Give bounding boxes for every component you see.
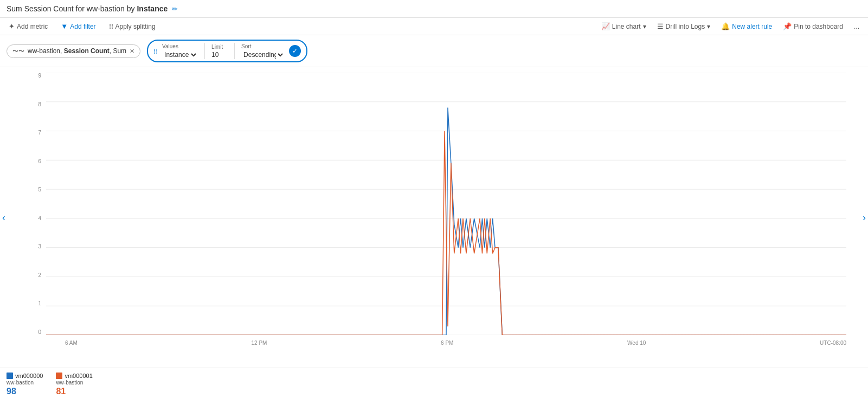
y-tick: 7 bbox=[27, 130, 43, 136]
x-tick: 6 PM bbox=[441, 340, 453, 346]
add-filter-button[interactable]: ▼ Add filter bbox=[59, 21, 98, 31]
pin-icon: 📌 bbox=[783, 22, 792, 30]
legend-value: 98 bbox=[7, 387, 43, 396]
legend-label: vm000001 bbox=[56, 373, 92, 379]
legend-item: vm000000 ww-bastion 98 bbox=[7, 373, 43, 396]
legend-instance: vm000000 bbox=[15, 373, 43, 379]
chart-area: ‹ › 0123456789 6 AM12 PM6 PMWed 10UTC-08… bbox=[0, 67, 868, 368]
legend-instance: vm000001 bbox=[65, 373, 92, 379]
remove-metric-button[interactable]: ✕ bbox=[130, 48, 134, 55]
metric-pill-text: ww-bastion, Session Count, Sum bbox=[28, 47, 126, 55]
values-label: Values bbox=[162, 43, 198, 49]
form-divider-2 bbox=[234, 43, 235, 59]
legend-label: vm000000 bbox=[7, 373, 43, 379]
legend-sub: ww-bastion bbox=[56, 380, 92, 386]
metric-pill-icon: 〜〜 bbox=[12, 47, 24, 55]
y-tick: 6 bbox=[27, 158, 43, 164]
chart-plot: 6 AM12 PM6 PMWed 10UTC-08:00 bbox=[46, 73, 846, 335]
edit-title-icon[interactable]: ✏ bbox=[172, 5, 178, 13]
toolbar: ✦ Add metric ▼ Add filter ⁞⁞ Apply split… bbox=[0, 18, 868, 35]
pin-dashboard-button[interactable]: 📌 Pin to dashboard bbox=[781, 21, 845, 31]
y-tick: 2 bbox=[27, 272, 43, 278]
x-axis: 6 AM12 PM6 PMWed 10UTC-08:00 bbox=[65, 340, 846, 346]
add-metric-button[interactable]: ✦ Add metric bbox=[7, 21, 50, 31]
chart-inner: 0123456789 6 AM12 PM6 PMWed 10UTC-08:00 bbox=[27, 73, 846, 335]
sort-select[interactable]: Descending Ascending bbox=[241, 50, 285, 59]
more-label: ... bbox=[854, 23, 859, 30]
y-tick: 1 bbox=[27, 300, 43, 306]
y-tick: 5 bbox=[27, 187, 43, 192]
y-tick: 3 bbox=[27, 243, 43, 249]
new-alert-button[interactable]: 🔔 New alert rule bbox=[719, 21, 774, 31]
legend-item: vm000001 ww-bastion 81 bbox=[56, 373, 92, 396]
splitting-bar: 〜〜 ww-bastion, Session Count, Sum ✕ ⁞⁞ V… bbox=[0, 35, 868, 67]
toolbar-right: 📈 Line chart ▾ ☰ Drill into Logs ▾ 🔔 New… bbox=[599, 21, 861, 31]
y-tick: 9 bbox=[27, 73, 43, 79]
more-options-button[interactable]: ... bbox=[852, 22, 861, 31]
page-title: Sum Session Count for ww-bastion by Inst… bbox=[7, 4, 168, 13]
split-icon: ⁞⁞ bbox=[109, 22, 113, 30]
plus-icon: ✦ bbox=[9, 22, 15, 30]
values-select[interactable]: Instance bbox=[162, 50, 198, 59]
legend-value: 81 bbox=[56, 387, 92, 396]
y-tick: 0 bbox=[27, 329, 43, 335]
y-tick: 8 bbox=[27, 101, 43, 107]
sort-group: Sort Descending Ascending bbox=[241, 43, 285, 59]
limit-group: Limit bbox=[211, 44, 228, 59]
line-chart-label: Line chart bbox=[612, 23, 641, 30]
line-chart-button[interactable]: 📈 Line chart ▾ bbox=[599, 21, 648, 31]
title-prefix: Sum Session Count for ww-bastion by bbox=[7, 4, 137, 13]
x-tick: UTC-08:00 bbox=[820, 340, 846, 346]
apply-splitting-label: Apply splitting bbox=[115, 23, 156, 30]
x-tick: 6 AM bbox=[65, 340, 78, 346]
drill-logs-button[interactable]: ☰ Drill into Logs ▾ bbox=[655, 21, 713, 31]
values-group: Values Instance bbox=[162, 43, 198, 59]
new-alert-label: New alert rule bbox=[732, 23, 772, 30]
chart-svg bbox=[46, 73, 846, 335]
splitting-form: ⁞⁞ Values Instance Limit Sort Descending… bbox=[147, 40, 307, 62]
apply-splitting-button[interactable]: ⁞⁞ Apply splitting bbox=[107, 21, 158, 31]
sort-label: Sort bbox=[241, 43, 285, 49]
metric-aggregation: Sum bbox=[113, 47, 126, 55]
title-suffix: Instance bbox=[137, 4, 168, 13]
add-metric-label: Add metric bbox=[17, 23, 48, 30]
chevron-down-icon: ▾ bbox=[643, 23, 646, 30]
metric-resource: ww-bastion bbox=[28, 47, 60, 55]
title-section: Sum Session Count for ww-bastion by Inst… bbox=[7, 4, 178, 13]
drill-logs-label: Drill into Logs bbox=[666, 23, 705, 30]
y-tick: 4 bbox=[27, 215, 43, 221]
form-divider-1 bbox=[204, 43, 205, 59]
title-bar: Sum Session Count for ww-bastion by Inst… bbox=[0, 0, 868, 18]
legend: vm000000 ww-bastion 98 vm000001 ww-basti… bbox=[0, 368, 868, 398]
filter-icon: ▼ bbox=[61, 22, 68, 30]
alert-icon: 🔔 bbox=[721, 22, 730, 30]
add-filter-label: Add filter bbox=[70, 23, 95, 30]
x-tick: Wed 10 bbox=[627, 340, 646, 346]
chart-nav-left-button[interactable]: ‹ bbox=[2, 212, 5, 223]
confirm-splitting-button[interactable]: ✓ bbox=[289, 45, 301, 57]
chart-nav-right-button[interactable]: › bbox=[863, 212, 866, 223]
metric-name: Session Count bbox=[64, 47, 110, 55]
legend-color bbox=[56, 373, 62, 379]
line-chart-icon: 📈 bbox=[601, 22, 610, 30]
metric-pill[interactable]: 〜〜 ww-bastion, Session Count, Sum ✕ bbox=[7, 44, 140, 58]
limit-label: Limit bbox=[211, 44, 228, 50]
legend-color bbox=[7, 373, 13, 379]
toolbar-left: ✦ Add metric ▼ Add filter ⁞⁞ Apply split… bbox=[7, 21, 158, 31]
y-axis: 0123456789 bbox=[27, 73, 43, 335]
chevron-down-icon: ▾ bbox=[707, 23, 710, 30]
splitting-icon: ⁞⁞ bbox=[153, 47, 158, 55]
x-tick: 12 PM bbox=[251, 340, 267, 346]
logs-icon: ☰ bbox=[657, 22, 664, 30]
pin-dashboard-label: Pin to dashboard bbox=[794, 23, 843, 30]
legend-sub: ww-bastion bbox=[7, 380, 43, 386]
limit-input[interactable] bbox=[211, 51, 228, 59]
